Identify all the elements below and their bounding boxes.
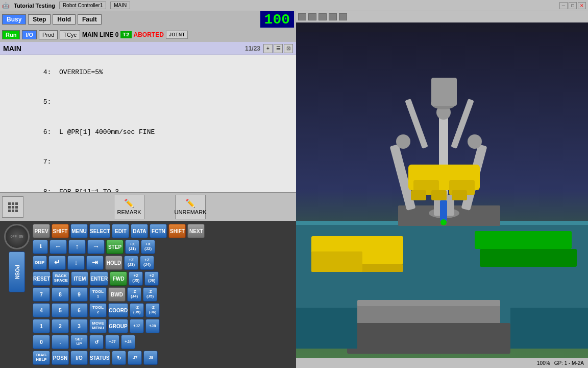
- vp-icon-4: [329, 13, 337, 20]
- select-btn[interactable]: SELECT: [89, 224, 110, 238]
- arrow-down-btn[interactable]: ↓: [67, 256, 85, 270]
- num-3-btn[interactable]: 3: [70, 319, 88, 333]
- reset-btn[interactable]: RESET: [33, 271, 51, 286]
- minimize-btn[interactable]: ─: [559, 2, 568, 9]
- arrow-right-btn[interactable]: →: [87, 240, 105, 254]
- program-btn[interactable]: MAIN: [110, 2, 130, 9]
- minusz-j5-btn[interactable]: -Z(J5): [130, 303, 144, 317]
- controller-btn[interactable]: Robot Controller1: [59, 2, 106, 9]
- plusx-j2-btn[interactable]: +X(J2): [141, 240, 155, 254]
- move-menu-btn[interactable]: MOVEMENU: [89, 319, 107, 333]
- num-6-btn[interactable]: 6: [70, 303, 88, 317]
- tool1-btn[interactable]: TOOL1: [89, 287, 107, 302]
- num-9-btn[interactable]: 9: [70, 287, 88, 302]
- tool2-btn[interactable]: TOOL2: [89, 303, 107, 317]
- prod-btn[interactable]: Prod: [39, 30, 58, 39]
- next-btn[interactable]: NEXT: [187, 224, 205, 238]
- diag-help-btn[interactable]: DIAGHELP: [33, 351, 50, 365]
- num-1-btn[interactable]: 1: [33, 319, 50, 333]
- prog-list-btn[interactable]: ☰: [274, 44, 283, 53]
- plusj7b-btn[interactable]: +J7: [105, 335, 119, 349]
- info-btn[interactable]: ℹ: [33, 240, 48, 254]
- vp-icon-1: [298, 13, 306, 20]
- data-btn[interactable]: DATA: [131, 224, 148, 238]
- vp-icon-5: [339, 13, 347, 20]
- enter-btn[interactable]: ENTER: [90, 271, 108, 286]
- plusx-j1-btn[interactable]: +X(J1): [125, 240, 139, 254]
- joint-badge: JOINT: [166, 31, 188, 39]
- coord-btn[interactable]: COORD: [108, 303, 128, 317]
- backspace-btn[interactable]: BACKSPACE: [52, 271, 69, 286]
- menu-btn[interactable]: MENU: [70, 224, 88, 238]
- prog-expand-btn[interactable]: ⊡: [284, 44, 293, 53]
- edit-btn[interactable]: EDIT: [112, 224, 129, 238]
- status-btn[interactable]: STATUS: [89, 351, 110, 365]
- svg-rect-40: [347, 323, 510, 354]
- arrow-up-btn[interactable]: ↑: [68, 240, 86, 254]
- vp-icon-3: [318, 13, 327, 20]
- unremark-btn[interactable]: ✏️ UNREMARK: [175, 195, 206, 219]
- num-8-btn[interactable]: 8: [52, 287, 69, 302]
- plusz-j5-btn[interactable]: +Z(J5): [129, 271, 143, 286]
- close-btn[interactable]: ✕: [578, 2, 586, 9]
- shift-btn-1[interactable]: SHIFT: [52, 224, 69, 238]
- num-7-btn[interactable]: 7: [33, 287, 50, 302]
- fwd-btn[interactable]: FWD: [110, 271, 127, 286]
- plusz-j6-btn[interactable]: +Z(J6): [144, 271, 159, 286]
- io-btn[interactable]: I/O: [22, 30, 37, 39]
- hold-kb-btn[interactable]: HOLD: [105, 256, 122, 270]
- disp-btn[interactable]: DISP: [33, 256, 47, 270]
- plusj7-btn[interactable]: +J7: [130, 319, 144, 333]
- arrow-fwd-btn[interactable]: ⇥: [86, 256, 104, 270]
- main-line-text: MAIN LINE 0: [82, 31, 118, 38]
- busy-btn[interactable]: Busy: [2, 14, 26, 25]
- arrow-left-btn[interactable]: ←: [50, 240, 67, 254]
- kb-row-3: DISP ↵ ↓ ⇥ HOLD +Z(J3) +Z(J4): [33, 256, 205, 270]
- set-up-btn[interactable]: SETUP: [70, 335, 88, 349]
- fault-btn[interactable]: Fault: [78, 14, 102, 25]
- grid-icon-btn[interactable]: [2, 196, 23, 218]
- item-btn[interactable]: ITEM: [71, 271, 88, 286]
- num-4-btn[interactable]: 4: [33, 303, 50, 317]
- arrow-back-btn[interactable]: ↵: [48, 256, 66, 270]
- num-5-btn[interactable]: 5: [52, 303, 69, 317]
- prog-line-6: 6: L @PR[1] 4000mm/sec FINE: [4, 117, 292, 147]
- prog-add-btn[interactable]: +: [263, 44, 273, 53]
- posn-kb-btn[interactable]: POSN: [52, 351, 69, 365]
- group-btn[interactable]: GROUP: [108, 319, 128, 333]
- minusx-j4-btn[interactable]: -Z(J4): [127, 287, 141, 302]
- step-kb-btn[interactable]: STEP: [106, 240, 124, 254]
- io-kb-btn[interactable]: I/O: [70, 351, 88, 365]
- num-0-btn[interactable]: 0: [33, 335, 50, 349]
- minusx-j5-btn[interactable]: -Z(J5): [143, 287, 157, 302]
- shift-btn-2[interactable]: SHIFT: [168, 224, 186, 238]
- viewport-footer: 100% GP: 1 - M-2A: [296, 358, 588, 368]
- prev-btn[interactable]: PREV: [33, 224, 50, 238]
- minusj8-btn[interactable]: -J8: [143, 351, 158, 365]
- bwd-btn[interactable]: BWD: [108, 287, 126, 302]
- fctn-btn[interactable]: FCTN: [150, 224, 167, 238]
- rotate-left-btn[interactable]: ↺: [89, 335, 104, 349]
- posn-side-btn[interactable]: POSN: [9, 251, 25, 292]
- vp-icon-2: [308, 13, 316, 20]
- plusz-j4-btn[interactable]: +Z(J4): [140, 256, 154, 270]
- run-btn[interactable]: Run: [2, 30, 20, 39]
- prog-line-4: 4: OVERRIDE=5%: [4, 57, 292, 87]
- dot-btn[interactable]: .: [52, 335, 69, 349]
- minusj7-btn[interactable]: -J7: [128, 351, 142, 365]
- num-2-btn[interactable]: 2: [52, 319, 69, 333]
- plusj8b-btn[interactable]: +J8: [121, 335, 135, 349]
- svg-rect-0: [8, 202, 11, 205]
- rotate-right-btn[interactable]: ↻: [112, 351, 126, 365]
- minusz-j6-btn[interactable]: -Z(J6): [145, 303, 160, 317]
- hold-btn[interactable]: Hold: [53, 14, 76, 25]
- restore-btn[interactable]: □: [569, 2, 577, 9]
- speed-dial[interactable]: OFF ON: [4, 224, 30, 249]
- remark-btn[interactable]: ✏️ REMARK: [114, 195, 144, 219]
- prog-line-5: 5:: [4, 87, 292, 118]
- plusj8-btn[interactable]: +J8: [145, 319, 160, 333]
- tcyc-btn[interactable]: TCyc: [60, 30, 80, 39]
- program-header: MAIN 11/23 + ☰ ⊡: [0, 42, 296, 55]
- step-btn[interactable]: Step: [28, 14, 51, 25]
- plusz-j3-btn[interactable]: +Z(J3): [124, 256, 138, 270]
